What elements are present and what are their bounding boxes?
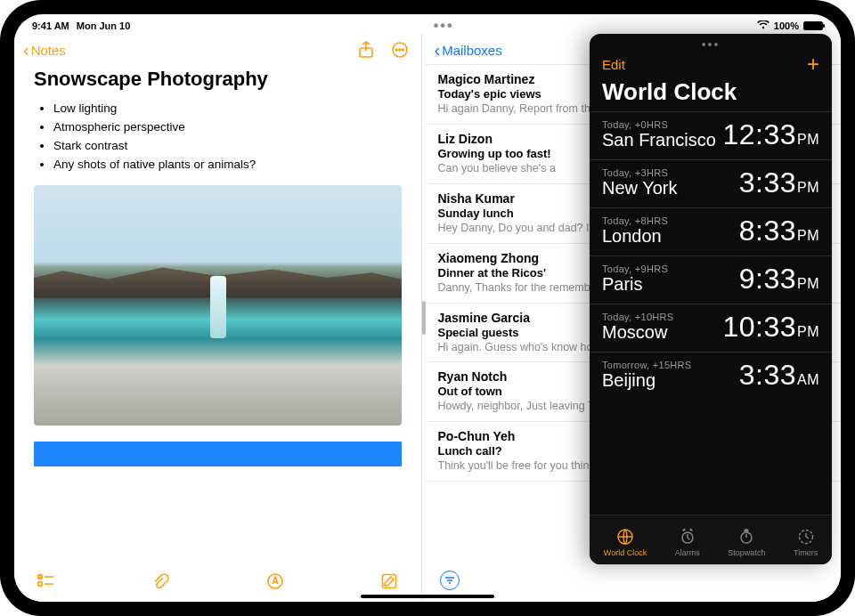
compose-icon[interactable] bbox=[379, 571, 399, 591]
clock-relative: Today, +3HRS bbox=[602, 167, 678, 178]
wifi-icon bbox=[757, 20, 770, 31]
clock-slideover: ••• Edit + World Clock Today, +0HRSSan F… bbox=[590, 34, 832, 564]
clock-city: New York bbox=[602, 178, 678, 199]
clock-tab-label: World Clock bbox=[604, 548, 647, 557]
home-indicator[interactable] bbox=[361, 595, 494, 598]
clock-city: San Francisco bbox=[602, 130, 716, 150]
clock-tab-icon bbox=[796, 527, 816, 547]
clock-tab-label: Alarms bbox=[675, 548, 700, 557]
notes-back-button[interactable]: ‹ Notes bbox=[23, 41, 66, 59]
filter-icon[interactable] bbox=[440, 571, 460, 590]
note-image-attachment[interactable] bbox=[34, 185, 402, 426]
svg-rect-16 bbox=[682, 528, 686, 531]
world-clock-row[interactable]: Tomorrow, +15HRSBeijing3:33AM bbox=[590, 352, 832, 400]
world-clock-row[interactable]: Today, +8HRSLondon8:33PM bbox=[590, 207, 832, 255]
note-bullet: Stark contrast bbox=[53, 137, 402, 156]
svg-rect-19 bbox=[745, 530, 748, 531]
clock-time: 9:33PM bbox=[739, 263, 819, 296]
multitask-dots-icon[interactable]: ••• bbox=[434, 18, 454, 34]
clock-tab-icon bbox=[737, 527, 756, 547]
note-bullet-list[interactable]: Low lighting Atmospheric perspective Sta… bbox=[34, 100, 402, 174]
clock-tab-stopwatch[interactable]: Stopwatch bbox=[728, 527, 765, 557]
clock-relative: Today, +10HRS bbox=[602, 312, 673, 322]
world-clock-row[interactable]: Today, +3HRSNew York3:33PM bbox=[590, 159, 832, 207]
clock-tab-icon bbox=[678, 527, 697, 547]
share-icon[interactable] bbox=[357, 41, 375, 59]
status-date: Mon Jun 10 bbox=[77, 20, 131, 31]
status-time: 9:41 AM bbox=[32, 20, 69, 31]
svg-point-4 bbox=[402, 49, 403, 51]
chevron-left-icon: ‹ bbox=[435, 41, 441, 59]
notes-back-label: Notes bbox=[31, 43, 66, 58]
mail-app-pane: ‹ Mailboxes Magico MartinezToday's epic … bbox=[426, 34, 842, 602]
note-image-attachment-clipped[interactable] bbox=[34, 442, 402, 466]
clock-city: Beijing bbox=[602, 370, 691, 391]
add-clock-button[interactable]: + bbox=[807, 53, 819, 75]
clock-tab-label: Timers bbox=[794, 548, 818, 557]
clock-relative: Tomorrow, +15HRS bbox=[602, 360, 691, 370]
clock-relative: Today, +0HRS bbox=[602, 119, 716, 130]
note-title[interactable]: Snowscape Photography bbox=[34, 68, 402, 91]
note-bullet: Any shots of native plants or animals? bbox=[53, 156, 402, 174]
markup-icon[interactable] bbox=[265, 571, 285, 591]
clock-time: 3:33AM bbox=[739, 359, 819, 392]
battery-pct: 100% bbox=[774, 20, 799, 31]
clock-tab-icon bbox=[615, 527, 635, 547]
world-clock-row[interactable]: Today, +0HRSSan Francisco12:33PM bbox=[590, 111, 832, 159]
note-bullet: Low lighting bbox=[53, 100, 402, 118]
world-clock-list[interactable]: Today, +0HRSSan Francisco12:33PMToday, +… bbox=[590, 111, 832, 515]
slideover-handle-icon[interactable]: ••• bbox=[702, 37, 721, 52]
clock-tab-alarms[interactable]: Alarms bbox=[675, 527, 700, 557]
clock-city: Moscow bbox=[602, 322, 673, 343]
battery-icon bbox=[803, 21, 823, 30]
status-bar: 9:41 AM Mon Jun 10 ••• 100% bbox=[14, 14, 841, 34]
svg-point-3 bbox=[399, 49, 401, 51]
clock-time: 8:33PM bbox=[739, 215, 819, 247]
clock-time: 3:33PM bbox=[739, 166, 819, 199]
clock-edit-button[interactable]: Edit bbox=[602, 57, 625, 72]
clock-tab-world-clock[interactable]: World Clock bbox=[604, 527, 647, 557]
world-clock-row[interactable]: Today, +10HRSMoscow10:33PM bbox=[590, 304, 832, 352]
svg-rect-17 bbox=[689, 528, 693, 531]
note-bullet: Atmospheric perspective bbox=[53, 118, 402, 137]
clock-tab-bar: World ClockAlarmsStopwatchTimers bbox=[590, 515, 832, 564]
mail-back-label: Mailboxes bbox=[442, 43, 502, 58]
notes-app-pane: ‹ Notes Snowscape Photography bbox=[14, 34, 422, 602]
svg-point-2 bbox=[395, 49, 397, 51]
more-icon[interactable] bbox=[391, 41, 409, 59]
clock-tab-label: Stopwatch bbox=[728, 548, 765, 557]
svg-point-7 bbox=[38, 582, 43, 587]
clock-city: London bbox=[602, 226, 668, 247]
world-clock-row[interactable]: Today, +9HRSParis9:33PM bbox=[590, 255, 832, 304]
clock-title: World Clock bbox=[590, 75, 832, 111]
clock-time: 12:33PM bbox=[722, 118, 819, 151]
clock-relative: Today, +9HRS bbox=[602, 263, 668, 274]
checklist-icon[interactable] bbox=[36, 571, 55, 591]
clock-time: 10:33PM bbox=[722, 311, 819, 344]
chevron-left-icon: ‹ bbox=[23, 41, 29, 59]
clock-tab-timers[interactable]: Timers bbox=[794, 527, 818, 557]
clock-relative: Today, +8HRS bbox=[602, 215, 668, 226]
clock-city: Paris bbox=[602, 274, 668, 295]
attachment-icon[interactable] bbox=[151, 571, 170, 591]
